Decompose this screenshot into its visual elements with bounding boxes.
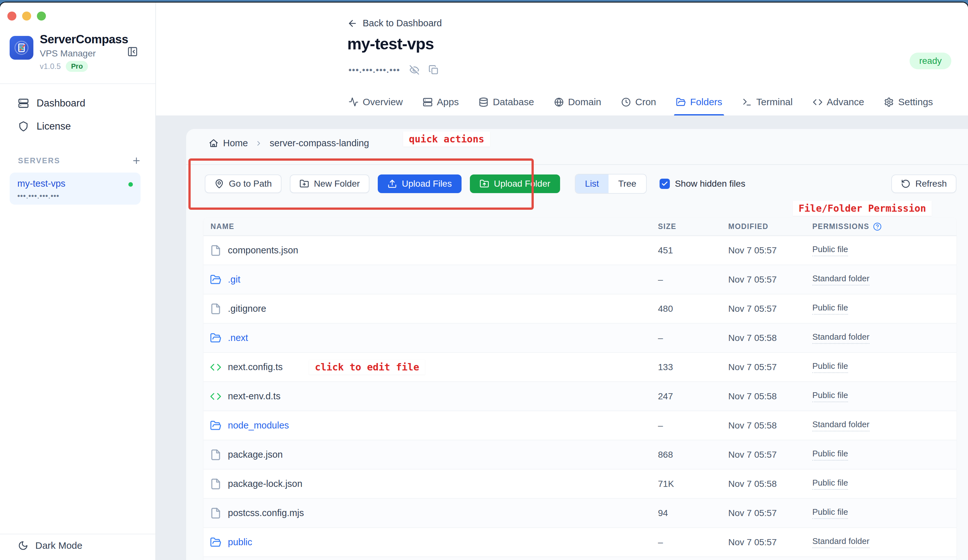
refresh-button[interactable]: Refresh <box>891 175 956 193</box>
app-window: ServerCompass VPS Manager v1.0.5 Pro Das… <box>0 3 968 560</box>
table-row[interactable]: .git – Nov 7 05:57 Standard folder <box>204 264 956 294</box>
table-row[interactable]: postcss.config.mjs 94 Nov 7 05:57 Public… <box>204 498 956 527</box>
show-hidden-files-label: Show hidden files <box>675 178 745 189</box>
table-body: components.json 451 Nov 7 05:57 Public f… <box>204 236 956 560</box>
file-modified: Nov 7 05:58 <box>728 421 812 431</box>
file-permission: Public file <box>812 390 848 402</box>
tab-settings[interactable]: Settings <box>884 88 933 116</box>
file-permission-cell[interactable]: Public file <box>812 449 956 461</box>
tab-advance[interactable]: Advance <box>813 88 864 116</box>
tab-label: Terminal <box>756 97 792 107</box>
back-to-dashboard-link[interactable]: Back to Dashboard <box>347 18 442 28</box>
add-server-button[interactable] <box>132 156 141 165</box>
upload-files-button[interactable]: Upload Files <box>378 175 462 193</box>
upload-folder-button[interactable]: Upload Folder <box>470 175 560 193</box>
copy-ip-icon[interactable] <box>428 65 439 75</box>
view-tree-option[interactable]: Tree <box>608 175 646 193</box>
file-permission-cell[interactable]: Public file <box>812 478 956 490</box>
table-row[interactable]: package.json 868 Nov 7 05:57 Public file <box>204 440 956 469</box>
sidebar-item-dashboard[interactable]: Dashboard <box>7 93 149 114</box>
file-name-cell[interactable]: next-env.d.ts <box>204 391 658 402</box>
arrow-left-icon <box>347 18 358 28</box>
file-name-cell[interactable]: .next <box>204 332 658 344</box>
file-name-cell[interactable]: node_modules <box>204 420 658 431</box>
table-row[interactable]: README_DONTORY.md 4.5K Nov 7 05:57 Publi… <box>204 557 956 560</box>
file-size: – <box>658 333 728 343</box>
file-type-icon <box>210 478 222 490</box>
file-type-icon <box>210 449 222 461</box>
file-name-cell[interactable]: postcss.config.mjs <box>204 507 658 519</box>
tab-cron[interactable]: Cron <box>621 88 656 116</box>
table-row[interactable]: next.config.ts click to edit file 133 No… <box>204 352 956 382</box>
file-size: 451 <box>658 245 728 256</box>
button-label: Go to Path <box>229 178 272 189</box>
file-name: public <box>228 537 252 547</box>
show-hidden-files-checkbox-row[interactable]: Show hidden files <box>660 178 745 189</box>
new-folder-button[interactable]: New Folder <box>290 175 370 193</box>
file-name-cell[interactable]: public <box>204 537 658 548</box>
file-type-icon <box>210 420 222 431</box>
table-row[interactable]: package-lock.json 71K Nov 7 05:58 Public… <box>204 469 956 498</box>
tab-label: Apps <box>437 97 459 107</box>
file-name: postcss.config.mjs <box>228 508 304 518</box>
sidebar-server-item[interactable]: my-test-vps •••.•••.•••.••• <box>10 173 141 205</box>
file-type-icon <box>210 391 222 402</box>
masked-ip: •••.•••.•••.••• <box>348 65 400 75</box>
close-window-button[interactable] <box>7 12 17 20</box>
status-badge: ready <box>910 53 951 69</box>
database-icon <box>479 97 489 107</box>
file-modified: Nov 7 05:57 <box>728 362 812 372</box>
breadcrumb-home[interactable]: Home <box>209 138 248 149</box>
tab-database[interactable]: Database <box>479 88 534 116</box>
file-permission: Public file <box>812 361 848 373</box>
file-name-cell[interactable]: components.json <box>204 245 658 256</box>
tab-apps[interactable]: Apps <box>423 88 459 116</box>
file-name-cell[interactable]: .gitignore <box>204 303 658 315</box>
file-permission-cell[interactable]: Public file <box>812 361 956 373</box>
table-row[interactable]: node_modules – Nov 7 05:58 Standard fold… <box>204 411 956 440</box>
help-circle-icon[interactable] <box>873 222 882 231</box>
home-icon <box>209 138 219 148</box>
pro-badge: Pro <box>66 61 88 72</box>
file-permission-cell[interactable]: Standard folder <box>812 274 956 286</box>
file-name-cell[interactable]: .git <box>204 274 658 286</box>
tab-domain[interactable]: Domain <box>554 88 601 116</box>
app-subtitle: VPS Manager <box>40 48 96 59</box>
file-modified: Nov 7 05:57 <box>728 245 812 256</box>
file-type-icon <box>210 274 222 286</box>
file-permission-cell[interactable]: Public file <box>812 390 956 402</box>
view-list-option[interactable]: List <box>575 175 609 193</box>
tab-overview[interactable]: Overview <box>348 88 403 116</box>
sidebar-item-license[interactable]: License <box>7 116 149 137</box>
tab-bar: Overview Apps Database Domain Cron Folde… <box>348 88 933 116</box>
file-name-cell[interactable]: package-lock.json <box>204 478 658 490</box>
checkbox-checked[interactable] <box>660 178 670 189</box>
table-row[interactable]: public – Nov 7 05:57 Standard folder <box>204 527 956 557</box>
file-name: package-lock.json <box>228 479 302 489</box>
reveal-ip-eye-off-icon[interactable] <box>409 65 419 75</box>
table-row[interactable]: .next – Nov 7 05:58 Standard folder <box>204 323 956 352</box>
terminal-icon <box>742 97 752 107</box>
tab-folders[interactable]: Folders <box>676 88 722 116</box>
dark-mode-toggle[interactable]: Dark Mode <box>18 540 83 551</box>
go-to-path-button[interactable]: Go to Path <box>205 175 282 193</box>
button-label: New Folder <box>314 178 360 189</box>
file-name-cell[interactable]: package.json <box>204 449 658 461</box>
table-row[interactable]: .gitignore 480 Nov 7 05:57 Public file <box>204 294 956 323</box>
file-permission-cell[interactable]: Standard folder <box>812 536 956 548</box>
file-permission-cell[interactable]: Public file <box>812 303 956 315</box>
file-permission-cell[interactable]: Standard folder <box>812 332 956 344</box>
annotation-file-folder-permission: File/Folder Permission <box>793 201 932 216</box>
file-name-cell[interactable]: next.config.ts click to edit file <box>204 360 658 375</box>
file-permission-cell[interactable]: Standard folder <box>812 420 956 431</box>
file-permission-cell[interactable]: Public file <box>812 507 956 519</box>
file-type-icon <box>210 332 222 344</box>
table-row[interactable]: components.json 451 Nov 7 05:57 Public f… <box>204 236 956 264</box>
collapse-sidebar-icon[interactable] <box>127 46 138 57</box>
minimize-window-button[interactable] <box>22 12 31 20</box>
maximize-window-button[interactable] <box>37 12 46 20</box>
table-row[interactable]: next-env.d.ts 247 Nov 7 05:58 Public fil… <box>204 382 956 411</box>
file-permission-cell[interactable]: Public file <box>812 244 956 256</box>
tab-terminal[interactable]: Terminal <box>742 88 792 116</box>
main-area: Back to Dashboard my-test-vps •••.•••.••… <box>156 3 968 560</box>
